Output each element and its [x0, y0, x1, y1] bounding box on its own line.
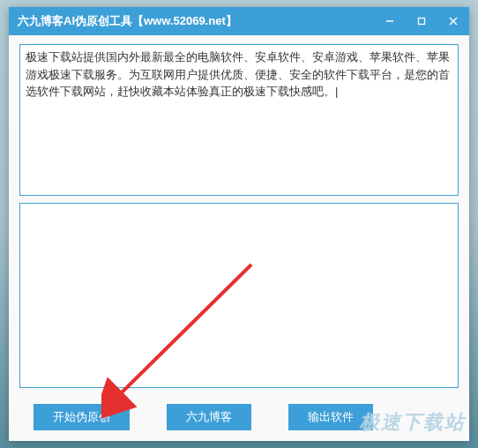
export-button[interactable]: 输出软件: [288, 404, 373, 430]
svg-rect-1: [419, 19, 425, 25]
minimize-button[interactable]: [374, 7, 406, 35]
output-textarea[interactable]: [19, 203, 459, 388]
maximize-button[interactable]: [406, 7, 437, 35]
content-area: [9, 35, 469, 397]
window-controls: [374, 7, 469, 35]
input-textarea[interactable]: [19, 44, 459, 196]
blog-button[interactable]: 六九博客: [167, 404, 251, 430]
close-button[interactable]: [437, 7, 469, 35]
button-row: 开始伪原创 六九博客 输出软件: [9, 397, 469, 441]
titlebar: 六九博客AI伪原创工具【www.52069.net】: [9, 7, 469, 35]
app-window: 六九博客AI伪原创工具【www.52069.net】 开始伪原创 六九博客 输出…: [9, 7, 469, 441]
start-button[interactable]: 开始伪原创: [34, 404, 130, 430]
window-title: 六九博客AI伪原创工具【www.52069.net】: [18, 13, 374, 29]
